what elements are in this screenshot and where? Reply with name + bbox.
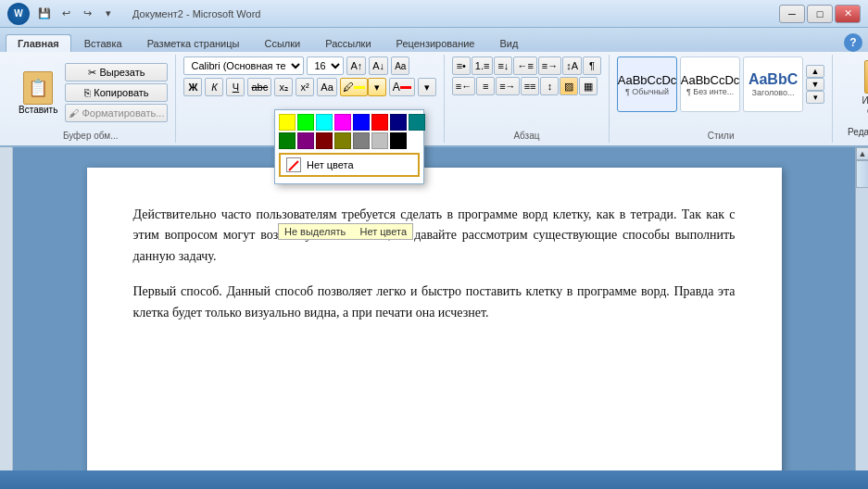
underline-button[interactable]: Ч xyxy=(226,78,245,96)
paste-button[interactable]: 📋 Вставить xyxy=(13,69,63,118)
show-formatting-button[interactable]: ¶ xyxy=(583,56,601,75)
align-center-button[interactable]: ≡ xyxy=(476,77,495,95)
change-styles-button[interactable]: A Изменитьстили ▾ xyxy=(857,56,868,119)
font-color-bar xyxy=(400,86,411,89)
style-no-spacing[interactable]: AaBbCcDc ¶ Без инте... xyxy=(680,56,740,112)
tab-view[interactable]: Вид xyxy=(488,34,531,52)
paragraph-controls: ≡• 1.≡ ≡↓ ←≡ ≡→ ↕A ¶ ≡← ≡ ≡→ ≡≡ ↕ ▨ ▦ xyxy=(452,56,601,95)
shrink-font-button[interactable]: A↓ xyxy=(369,56,388,75)
color-magenta[interactable] xyxy=(334,114,351,131)
clipboard-group: 📋 Вставить ✂ Вырезать ⎘ Копировать 🖌 Фор… xyxy=(6,55,176,143)
highlight-button[interactable]: 🖊 xyxy=(340,78,368,96)
font-color-dropdown-button[interactable]: ▾ xyxy=(418,78,436,96)
color-gray[interactable] xyxy=(353,132,370,149)
color-blue[interactable] xyxy=(353,114,370,131)
minimize-button[interactable]: ─ xyxy=(779,5,805,23)
quick-access-toolbar: 💾 ↩ ↪ ▾ xyxy=(35,5,118,23)
close-button[interactable]: ✕ xyxy=(835,5,861,23)
scroll-track[interactable] xyxy=(856,160,868,489)
undo-button[interactable]: ↩ xyxy=(57,5,75,23)
styles-more-button[interactable]: ▾ xyxy=(806,91,824,104)
style-no-spacing-label: ¶ Без инте... xyxy=(686,87,734,96)
line-spacing-button[interactable]: ↕ xyxy=(540,77,559,95)
color-purple[interactable] xyxy=(297,132,314,149)
color-navy[interactable] xyxy=(390,114,407,131)
bold-button[interactable]: Ж xyxy=(183,78,202,96)
style-heading[interactable]: AaBbC Заголово... xyxy=(743,56,803,112)
style-heading-label: Заголово... xyxy=(752,88,795,97)
font-name-select[interactable]: Calibri (Основная те... xyxy=(183,56,304,75)
clear-format-button[interactable]: Aa xyxy=(391,56,409,75)
style-no-spacing-preview: AaBbCcDc xyxy=(681,73,740,87)
paragraph-1: Действительно часто пользователям требуе… xyxy=(133,205,736,267)
change-case-button[interactable]: Аа xyxy=(317,78,337,96)
tab-review[interactable]: Рецензирование xyxy=(384,34,487,52)
color-grid xyxy=(279,114,420,149)
highlight-dropdown-button[interactable]: ▾ xyxy=(368,78,386,96)
italic-button[interactable]: К xyxy=(205,78,223,96)
sort-button[interactable]: ↕A xyxy=(562,56,582,75)
paragraph-group: ≡• 1.≡ ≡↓ ←≡ ≡→ ↕A ¶ ≡← ≡ ≡→ ≡≡ ↕ ▨ ▦ xyxy=(445,55,610,143)
increase-indent-button[interactable]: ≡→ xyxy=(538,56,561,75)
color-cyan[interactable] xyxy=(316,114,333,131)
copy-button[interactable]: ⎘ Копировать xyxy=(65,83,168,102)
color-teal[interactable] xyxy=(409,114,425,131)
strikethrough-button[interactable]: abc xyxy=(247,78,271,96)
color-yellow[interactable] xyxy=(279,114,296,131)
multilevel-list-button[interactable]: ≡↓ xyxy=(494,56,512,75)
color-olive[interactable] xyxy=(334,132,351,149)
redo-button[interactable]: ↪ xyxy=(78,5,96,23)
font-format-row: Ж К Ч abc x₂ x² Аа 🖊 ▾ xyxy=(183,78,435,96)
status-bar xyxy=(0,470,868,489)
tooltip: Не выделять Нет цвета xyxy=(278,223,413,240)
format-painter-button[interactable]: 🖌 Форматировать... xyxy=(65,104,168,122)
color-lime[interactable] xyxy=(297,114,314,131)
borders-button[interactable]: ▦ xyxy=(579,77,598,95)
color-silver[interactable] xyxy=(371,132,388,149)
styles-up-button[interactable]: ▲ xyxy=(806,65,824,78)
superscript-button[interactable]: x² xyxy=(296,78,314,96)
change-styles-icon: A xyxy=(864,60,868,94)
font-size-select[interactable]: 16 xyxy=(307,56,344,75)
no-color-label: Нет цвета xyxy=(307,159,354,170)
ribbon-help-icon[interactable]: ? xyxy=(844,33,862,52)
customize-button[interactable]: ▾ xyxy=(99,5,118,23)
save-button[interactable]: 💾 xyxy=(35,5,54,23)
document-area[interactable]: Действительно часто пользователям требуе… xyxy=(13,147,855,489)
edit-label: Редактирование xyxy=(848,127,868,137)
grow-font-button[interactable]: A↑ xyxy=(346,56,366,75)
color-picker-popup: Нет цвета xyxy=(274,109,424,184)
scroll-thumb[interactable] xyxy=(856,160,868,188)
tab-mailings[interactable]: Рассылки xyxy=(313,34,383,52)
no-color-button[interactable]: Нет цвета xyxy=(279,153,420,177)
justify-button[interactable]: ≡≡ xyxy=(521,77,540,95)
color-black[interactable] xyxy=(390,132,407,149)
style-normal[interactable]: AaBbCcDc ¶ Обычный xyxy=(617,56,677,112)
tab-page-layout[interactable]: Разметка страницы xyxy=(135,34,252,52)
scroll-up-button[interactable]: ▲ xyxy=(856,147,868,160)
styles-down-button[interactable]: ▼ xyxy=(806,78,824,91)
vertical-scrollbar[interactable]: ▲ ▼ xyxy=(855,147,868,489)
tab-insert[interactable]: Вставка xyxy=(72,34,134,52)
subscript-button[interactable]: x₂ xyxy=(274,78,293,96)
maximize-button[interactable]: □ xyxy=(807,5,833,23)
highlight-container: 🖊 ▾ xyxy=(340,78,386,96)
numbering-button[interactable]: 1.≡ xyxy=(472,56,494,75)
decrease-indent-button[interactable]: ←≡ xyxy=(513,56,536,75)
cut-button[interactable]: ✂ Вырезать xyxy=(65,63,168,82)
align-right-button[interactable]: ≡→ xyxy=(496,77,519,95)
font-color-button[interactable]: A xyxy=(389,78,415,96)
color-green[interactable] xyxy=(279,132,296,149)
align-left-button[interactable]: ≡← xyxy=(452,77,475,95)
tab-references[interactable]: Ссылки xyxy=(252,34,312,52)
color-red[interactable] xyxy=(371,114,388,131)
ribbon: Главная Вставка Разметка страницы Ссылки… xyxy=(0,28,868,147)
edit-button[interactable]: Редактирование xyxy=(840,123,868,141)
color-maroon[interactable] xyxy=(316,132,333,149)
bullets-button[interactable]: ≡• xyxy=(452,56,471,75)
shading-button[interactable]: ▨ xyxy=(560,77,578,95)
clipboard-content: 📋 Вставить ✂ Вырезать ⎘ Копировать 🖌 Фор… xyxy=(13,56,168,129)
tab-home[interactable]: Главная xyxy=(6,34,71,52)
clipboard-label: Буфер обм... xyxy=(63,129,119,141)
document-page[interactable]: Действительно часто пользователям требуе… xyxy=(87,168,782,489)
